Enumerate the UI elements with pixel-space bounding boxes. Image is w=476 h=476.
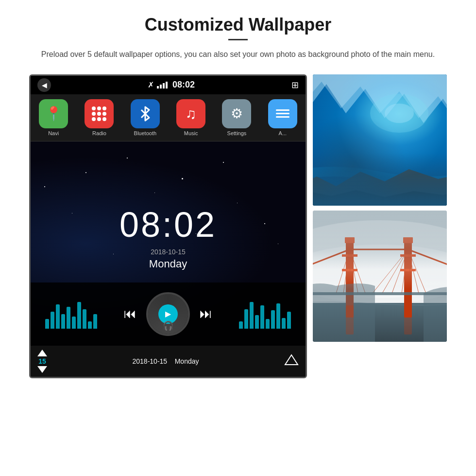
eq-bar <box>271 310 275 329</box>
prev-button[interactable]: ⏮ <box>124 306 136 321</box>
navi-label: Navi <box>48 130 59 136</box>
navi-icon: 📍 <box>39 99 68 128</box>
svg-rect-13 <box>342 269 357 271</box>
clock-day: Monday <box>119 258 217 270</box>
star <box>264 223 265 224</box>
eq-bar <box>51 312 54 329</box>
signal-bars <box>157 82 168 88</box>
svg-rect-10 <box>345 237 355 243</box>
music-player: ⏮ ▶ 🎧 ⏭ <box>31 282 306 346</box>
radio-dot <box>102 117 106 121</box>
radio-dot <box>102 106 106 110</box>
status-bar-center: ✗ 08:02 <box>148 80 195 90</box>
status-bar-right: ⊞ <box>291 79 299 90</box>
title-divider <box>228 39 248 40</box>
bottom-nav-icon[interactable] <box>284 354 299 368</box>
svg-line-24 <box>402 249 408 293</box>
equalizer-left <box>45 300 97 329</box>
svg-line-23 <box>392 249 408 293</box>
eq-bar <box>250 302 254 329</box>
eq-bar <box>260 305 264 329</box>
eq-bar <box>239 321 243 329</box>
star <box>278 244 278 244</box>
eq-bar <box>276 303 280 329</box>
track-down-icon[interactable] <box>37 366 47 373</box>
music-icon-bg: ♫ <box>176 99 205 128</box>
eq-bar <box>56 304 60 329</box>
star <box>223 162 224 163</box>
eq-bar <box>45 319 49 329</box>
svg-point-3 <box>385 104 414 123</box>
svg-rect-28 <box>313 292 447 295</box>
svg-line-25 <box>408 249 411 293</box>
signal-bar-4 <box>166 82 168 88</box>
svg-rect-1 <box>313 74 447 206</box>
app-grid: 📍 Navi <box>31 94 306 141</box>
radio-dot <box>92 117 96 121</box>
svg-line-21 <box>373 249 408 293</box>
eq-bar <box>83 309 86 329</box>
svg-line-19 <box>350 249 358 293</box>
app-item-settings[interactable]: ⚙ Settings <box>214 99 259 136</box>
radio-dot <box>97 117 101 121</box>
star <box>72 213 72 213</box>
app-item-radio[interactable]: Radio <box>76 99 122 136</box>
bridge-svg <box>313 211 447 342</box>
svg-rect-12 <box>342 254 357 257</box>
next-button[interactable]: ⏭ <box>200 306 212 321</box>
settings-icon-bg: ⚙ <box>222 99 251 128</box>
settings-label: Settings <box>227 130 247 136</box>
svg-line-20 <box>350 249 365 293</box>
svg-marker-0 <box>285 355 298 365</box>
radio-dot <box>92 106 96 110</box>
screen-bottom: 15 2018-10-15 Monday <box>31 346 306 377</box>
play-circle: ▶ 🎧 <box>146 292 190 336</box>
bluetooth-icon-bg <box>131 99 160 128</box>
content-area: ◀ ✗ 08:02 ⊞ <box>29 74 447 378</box>
eq-bar <box>93 314 97 329</box>
star <box>237 203 238 203</box>
star <box>127 158 128 159</box>
status-bar: ◀ ✗ 08:02 ⊞ <box>31 76 306 94</box>
track-navigator: 15 <box>37 350 47 373</box>
more-lines-icon <box>271 105 294 123</box>
ice-cave-photo <box>313 74 447 206</box>
back-icon: ◀ <box>42 81 47 89</box>
bluetooth-label: Bluetooth <box>134 130 156 136</box>
app-item-more[interactable]: A... <box>260 99 306 136</box>
headphone-decoration: 🎧 <box>163 320 173 331</box>
eq-bar <box>72 317 76 329</box>
eq-bar <box>88 321 92 329</box>
car-screen: ◀ ✗ 08:02 ⊞ <box>29 74 307 378</box>
screen-main: 08:02 2018-10-15 Monday <box>31 141 306 346</box>
eq-bar <box>244 309 248 329</box>
bluetooth-status-icon: ✗ <box>148 80 154 89</box>
bottom-date: 2018-10-15 <box>133 357 168 365</box>
bottom-day: Monday <box>175 357 199 365</box>
svg-line-22 <box>382 249 408 293</box>
eq-bar <box>61 314 65 329</box>
app-item-bluetooth[interactable]: Bluetooth <box>122 99 168 136</box>
expand-icon[interactable]: ⊞ <box>291 80 299 90</box>
track-up-icon[interactable] <box>37 350 47 356</box>
play-icon: ▶ <box>165 309 171 318</box>
clock-section: 08:02 2018-10-15 Monday <box>119 207 217 270</box>
status-icons: ✗ <box>148 80 168 89</box>
svg-rect-11 <box>403 237 413 243</box>
star <box>113 254 114 254</box>
signal-bar-2 <box>160 85 162 88</box>
navi-pin-icon: 📍 <box>45 106 62 122</box>
back-button[interactable]: ◀ <box>37 78 51 92</box>
eq-bar <box>67 307 70 329</box>
svg-rect-29 <box>346 305 354 335</box>
svg-point-5 <box>313 220 447 298</box>
star <box>44 186 45 187</box>
equalizer-right <box>239 300 291 329</box>
svg-rect-14 <box>400 254 416 257</box>
app-item-music[interactable]: ♫ Music <box>168 99 214 136</box>
page-subtitle: Preload over 5 default wallpaper options… <box>29 48 447 61</box>
eq-bar <box>282 318 286 329</box>
photos-column <box>313 74 447 342</box>
radio-dot <box>92 112 96 116</box>
app-item-navi[interactable]: 📍 Navi <box>31 99 76 136</box>
